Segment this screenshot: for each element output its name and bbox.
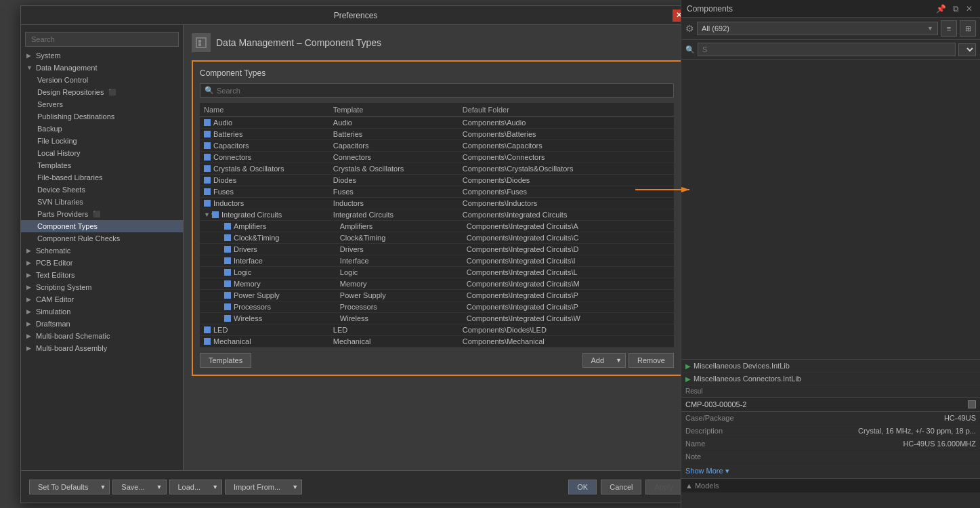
table-row[interactable]: Capacitors Capacitors Components\Capacit… <box>200 140 674 152</box>
row-icon <box>204 177 211 184</box>
set-defaults-button[interactable]: Set To Defaults <box>29 480 96 494</box>
apply-button[interactable]: Apply <box>645 480 682 494</box>
comp-checkbox[interactable] <box>968 400 976 408</box>
save-dropdown[interactable]: ▼ <box>153 480 167 494</box>
sidebar-item-simulation[interactable]: Simulation <box>21 305 183 318</box>
table-row[interactable]: Diodes Diodes Components\Diodes <box>200 175 674 186</box>
sidebar-item-data-management[interactable]: Data Management <box>21 62 183 74</box>
col-template: Template <box>333 106 463 114</box>
sidebar-item-schematic[interactable]: Schematic <box>21 245 183 257</box>
row-icon <box>204 131 211 137</box>
list-item[interactable]: ▶ Miscellaneous Connectors.IntLib <box>681 373 980 385</box>
expand-arrow-mbs <box>26 333 33 339</box>
sidebar-item-svn-libraries[interactable]: SVN Libraries <box>21 196 183 208</box>
sidebar-item-system[interactable]: System <box>21 49 183 62</box>
load-button[interactable]: Load... <box>169 480 209 494</box>
show-more-row: Show More ▾ <box>681 463 980 478</box>
table-row[interactable]: Logic Logic Components\Integrated Circui… <box>200 267 674 278</box>
remove-button[interactable]: Remove <box>629 353 674 368</box>
detail-row-desc: Description Crystal, 16 MHz, +/- 30 ppm,… <box>681 425 980 438</box>
import-dropdown[interactable]: ▼ <box>289 480 302 494</box>
dialog-body: System Data Management Version Control D… <box>21 25 690 470</box>
search-bar: 🔍 <box>200 83 674 98</box>
sidebar-item-pcb-editor[interactable]: PCB Editor <box>21 257 183 269</box>
add-dropdown-button[interactable]: ▼ <box>612 353 626 368</box>
sidebar-item-multiboard-sch[interactable]: Multi-board Schematic <box>21 330 183 342</box>
sidebar-item-publishing[interactable]: Publishing Destinations <box>21 110 183 123</box>
grid-view-button[interactable]: ⊞ <box>960 20 976 37</box>
sidebar-item-draftsman[interactable]: Draftsman <box>21 318 183 330</box>
sidebar-item-version-control[interactable]: Version Control <box>21 74 183 86</box>
sidebar-item-text-editors[interactable]: Text Editors <box>21 269 183 281</box>
cancel-button[interactable]: Cancel <box>601 480 641 494</box>
sidebar-item-file-locking[interactable]: File Locking <box>21 135 183 147</box>
sidebar-item-device-sheets[interactable]: Device Sheets <box>21 184 183 196</box>
table-row[interactable]: ▼Integrated Circuits Integrated Circuits… <box>200 209 674 221</box>
table-row[interactable]: Mechanical Mechanical Components\Mechani… <box>200 336 674 347</box>
sidebar-item-parts-providers[interactable]: Parts Providers ⬛ <box>21 208 183 220</box>
sidebar-item-component-types[interactable]: Component Types <box>21 220 183 232</box>
detail-row-note: Note <box>681 450 980 463</box>
sidebar-item-component-rule-checks[interactable]: Component Rule Checks <box>21 232 183 245</box>
sidebar-item-file-based-libs[interactable]: File-based Libraries <box>21 171 183 184</box>
sidebar-item-servers[interactable]: Servers <box>21 98 183 110</box>
table-row[interactable]: Wireless Wireless Components\Integrated … <box>200 313 674 324</box>
save-button[interactable]: Save... <box>112 480 152 494</box>
table-row[interactable]: Power Supply Power Supply Components\Int… <box>200 290 674 301</box>
table-row[interactable]: Interface Interface Components\Integrate… <box>200 255 674 267</box>
footer-right: OK Cancel Apply <box>568 480 682 494</box>
table-row[interactable]: Audio Audio Components\Audio <box>200 117 674 129</box>
list-item[interactable]: ▶ Miscellaneous Devices.IntLib <box>681 360 980 373</box>
component-search-input[interactable] <box>217 87 669 95</box>
add-button[interactable]: Add <box>582 353 613 368</box>
sidebar-item-design-repos[interactable]: Design Repositories ⬛ <box>21 86 183 98</box>
content-footer: Templates Add ▼ Remove <box>200 353 674 368</box>
sidebar-item-scripting[interactable]: Scripting System <box>21 281 183 293</box>
table-row[interactable]: Inductors Inductors Components\Inductors <box>200 198 674 209</box>
table-row[interactable]: Connectors Connectors Components\Connect… <box>200 152 674 163</box>
row-icon <box>204 165 211 172</box>
table-row[interactable]: LED LED Components\Diodes\LED <box>200 324 674 336</box>
section-header: Data Management – Component Types <box>192 33 682 52</box>
expand-arrow-dft <box>26 320 33 327</box>
table-row[interactable]: Drivers Drivers Components\Integrated Ci… <box>200 244 674 255</box>
row-icon <box>204 142 211 149</box>
table-row[interactable]: Batteries Batteries Components\Batteries <box>200 129 674 140</box>
filter-icon: ⚙ <box>685 23 694 34</box>
table-row[interactable]: Clock&Timing Clock&Timing Components\Int… <box>200 232 674 244</box>
row-icon <box>204 200 211 207</box>
expand-arrow-sch <box>26 247 33 254</box>
set-defaults-dropdown[interactable]: ▼ <box>96 480 110 494</box>
import-button[interactable]: Import From... <box>225 480 289 494</box>
sidebar-item-multiboard-asm[interactable]: Multi-board Assembly <box>21 342 183 354</box>
panel-pin-button[interactable]: 📌 <box>934 4 948 14</box>
list-view-button[interactable]: ≡ <box>941 20 957 37</box>
sidebar-item-local-history[interactable]: Local History <box>21 147 183 159</box>
sidebar-item-backup[interactable]: Backup <box>21 123 183 135</box>
component-detail-section: CMP-003-00005-2 Case/Package HC-49US Des… <box>681 397 980 492</box>
panel-search-input[interactable] <box>698 43 956 56</box>
templates-button[interactable]: Templates <box>200 353 251 368</box>
table-row[interactable]: Fuses Fuses Components\Fuses <box>200 186 674 198</box>
sidebar-item-cam[interactable]: CAM Editor <box>21 293 183 305</box>
dialog-title: Preferences <box>39 11 673 20</box>
row-icon <box>204 154 211 161</box>
filter-dropdown[interactable]: All (692) ▼ <box>697 22 938 35</box>
search-scope-select[interactable] <box>958 43 976 56</box>
show-more-link[interactable]: Show More ▾ <box>685 467 729 475</box>
sidebar-search-input[interactable] <box>25 32 179 47</box>
row-icon <box>204 338 211 345</box>
panel-float-button[interactable]: ⧉ <box>951 4 961 14</box>
ok-button[interactable]: OK <box>568 480 597 494</box>
svg-rect-2 <box>198 43 201 46</box>
table-row[interactable]: Amplifiers Amplifiers Components\Integra… <box>200 221 674 232</box>
table-row[interactable]: Processors Processors Components\Integra… <box>200 301 674 313</box>
component-types-box: Component Types 🔍 Name Template Default … <box>192 60 682 376</box>
sidebar-item-templates[interactable]: Templates <box>21 159 183 171</box>
table-row[interactable]: Crystals & Oscillators Crystals & Oscill… <box>200 163 674 175</box>
panel-close-button[interactable]: ✕ <box>964 4 975 14</box>
col-name: Name <box>204 106 333 114</box>
load-dropdown[interactable]: ▼ <box>209 480 222 494</box>
models-header[interactable]: ▲ Models <box>681 478 980 492</box>
table-row[interactable]: Memory Memory Components\Integrated Circ… <box>200 278 674 290</box>
